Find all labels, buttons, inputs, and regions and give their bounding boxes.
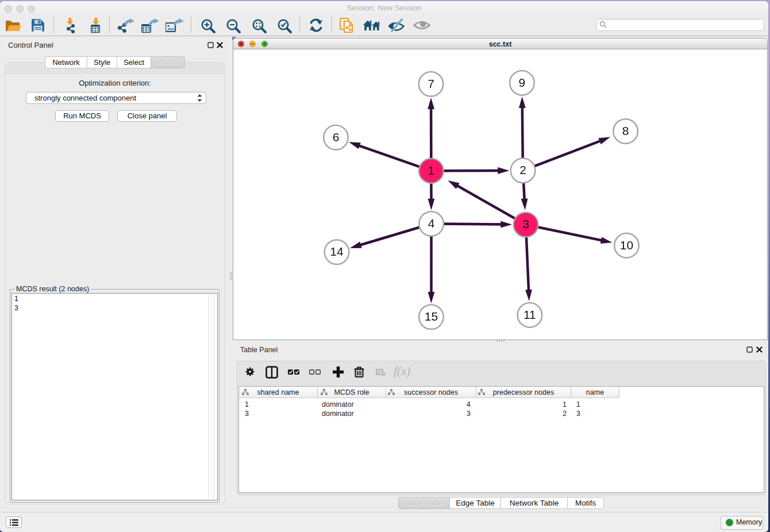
svg-text:2: 2 [519,163,526,176]
svg-text:15: 15 [425,310,438,323]
svg-text:3: 3 [522,217,529,230]
svg-text:8: 8 [622,124,629,137]
svg-text:9: 9 [519,76,526,89]
svg-text:7: 7 [428,77,434,90]
svg-text:10: 10 [620,238,633,252]
svg-text:14: 14 [330,245,344,258]
svg-text:4: 4 [428,217,435,230]
svg-text:6: 6 [333,130,340,144]
svg-text:11: 11 [523,308,536,321]
svg-text:1: 1 [428,164,435,177]
